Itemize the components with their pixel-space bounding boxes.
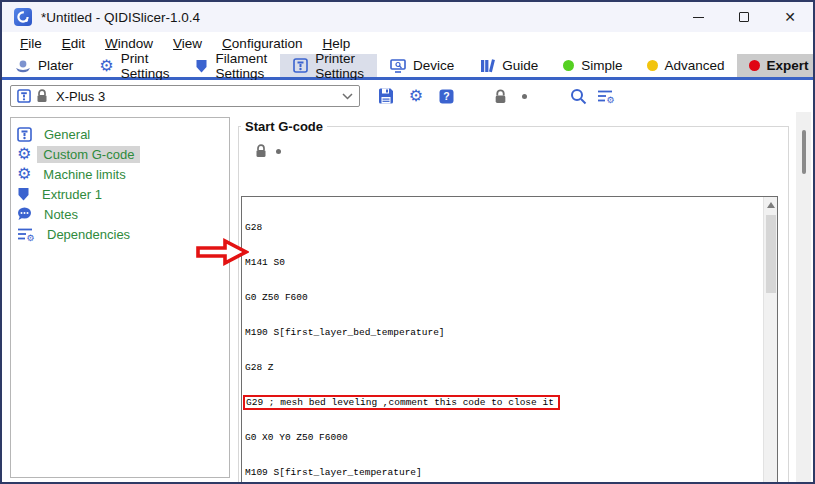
notes-icon xyxy=(17,207,32,221)
tab-label: Device xyxy=(413,58,454,73)
textarea-scrollbar[interactable] xyxy=(763,197,777,484)
sidebar-item-extruder-1[interactable]: Extruder 1 xyxy=(11,184,229,204)
scroll-up-icon[interactable] xyxy=(767,202,775,208)
minimize-button[interactable] xyxy=(675,2,721,32)
gcode-line: G28 Z xyxy=(245,362,761,374)
save-preset-button[interactable] xyxy=(374,84,398,108)
start-gcode-textarea[interactable]: G28 M141 S0 G0 Z50 F600 M190 S[first_lay… xyxy=(241,196,778,484)
gear-icon: ⚙ xyxy=(99,58,113,74)
tab-label: Guide xyxy=(502,58,538,73)
chevron-down-icon[interactable] xyxy=(342,93,353,100)
search-icon xyxy=(570,88,587,105)
search-button[interactable] xyxy=(566,84,590,108)
maximize-button[interactable] xyxy=(721,2,767,32)
tab-filament-settings[interactable]: Filament Settings xyxy=(182,54,280,77)
settings-category-list: General ⚙ Custom G-code ⚙ Machine limits… xyxy=(10,117,230,478)
printer-icon xyxy=(17,89,31,103)
menu-view[interactable]: View xyxy=(163,34,212,53)
advanced-mode-dot-icon xyxy=(647,60,658,71)
start-gcode-group: Start G-code G28 M141 S0 G0 Z50 F600 M19… xyxy=(238,119,789,484)
compare-settings-button[interactable]: ⚙ xyxy=(594,84,618,108)
gcode-line: G28 xyxy=(245,222,761,234)
settings-page: General ⚙ Custom G-code ⚙ Machine limits… xyxy=(2,112,813,484)
section-title: Start G-code xyxy=(241,119,327,134)
dot-icon xyxy=(522,94,527,99)
guide-icon xyxy=(480,59,495,73)
mode-label: Advanced xyxy=(665,58,725,73)
mode-simple[interactable]: Simple xyxy=(551,54,634,77)
save-icon xyxy=(378,88,394,104)
sidebar-item-notes[interactable]: Notes xyxy=(11,204,229,224)
tab-print-settings[interactable]: ⚙ Print Settings xyxy=(86,54,182,77)
tab-printer-settings[interactable]: Printer Settings xyxy=(280,54,377,77)
dot-icon[interactable] xyxy=(276,149,281,154)
window-title: *Untitled - QIDISlicer-1.0.4 xyxy=(41,10,200,25)
mode-label: Expert xyxy=(767,58,809,73)
svg-text:?: ? xyxy=(443,90,449,102)
mode-expert[interactable]: Expert xyxy=(737,54,815,77)
gcode-line: M141 S0 xyxy=(245,257,761,269)
plater-icon xyxy=(15,59,31,73)
sidebar-item-label: Notes xyxy=(38,206,84,223)
preset-value: X-Plus 3 xyxy=(56,89,337,104)
tab-label: Plater xyxy=(38,58,73,73)
revert-dot-button[interactable] xyxy=(512,84,536,108)
preset-toolbar: X-Plus 3 ⚙ ? ⚙ xyxy=(2,80,813,112)
printer-preset-combobox[interactable]: X-Plus 3 xyxy=(10,85,360,107)
gcode-line: M109 S[first_layer_temperature] xyxy=(245,467,761,479)
filament-icon xyxy=(17,187,30,201)
close-icon: ✕ xyxy=(784,10,796,24)
scrollbar-thumb[interactable] xyxy=(802,130,806,174)
help-button[interactable]: ? xyxy=(434,84,458,108)
menu-file[interactable]: File xyxy=(10,34,52,53)
tab-label: Filament Settings xyxy=(215,51,267,81)
gcode-text: G28 M141 S0 G0 Z50 F600 M190 S[first_lay… xyxy=(245,199,761,484)
menu-edit[interactable]: Edit xyxy=(52,34,95,53)
tab-device[interactable]: Device xyxy=(377,54,467,77)
sidebar-item-custom-gcode[interactable]: ⚙ Custom G-code xyxy=(11,144,229,164)
expert-mode-dot-icon xyxy=(749,60,760,71)
settings-list-icon: ⚙ xyxy=(597,89,615,104)
sidebar-item-label: Machine limits xyxy=(37,166,131,183)
gear-icon: ⚙ xyxy=(17,146,31,162)
device-icon xyxy=(390,59,406,73)
mode-label: Simple xyxy=(581,58,622,73)
gcode-line: M190 S[first_layer_bed_temperature] xyxy=(245,327,761,339)
tab-label: Print Settings xyxy=(121,51,170,81)
gear-icon: ⚙ xyxy=(17,166,31,182)
tab-label: Printer Settings xyxy=(315,51,364,81)
sidebar-item-general[interactable]: General xyxy=(11,124,229,144)
sidebar-item-label: Extruder 1 xyxy=(36,186,108,203)
tab-guide[interactable]: Guide xyxy=(467,54,551,77)
mode-advanced[interactable]: Advanced xyxy=(635,54,737,77)
question-icon: ? xyxy=(439,89,454,104)
minimize-icon xyxy=(693,17,704,18)
page-scrollbar[interactable] xyxy=(796,112,811,484)
sidebar-item-label: Dependencies xyxy=(41,226,136,243)
preset-settings-button[interactable]: ⚙ xyxy=(404,84,428,108)
scrollbar-thumb[interactable] xyxy=(766,215,776,293)
gcode-line: G0 Z50 F600 xyxy=(245,292,761,304)
dependencies-icon: ⚙ xyxy=(17,227,35,242)
annotation-arrow-icon xyxy=(195,238,249,266)
close-button[interactable]: ✕ xyxy=(767,2,813,32)
printer-icon xyxy=(17,127,32,142)
printer-icon xyxy=(293,58,308,73)
filament-icon xyxy=(195,59,208,73)
app-window: *Untitled - QIDISlicer-1.0.4 ✕ File Edit… xyxy=(0,0,815,484)
svg-text:⚙: ⚙ xyxy=(26,233,34,242)
simple-mode-dot-icon xyxy=(563,60,574,71)
svg-text:⚙: ⚙ xyxy=(606,95,614,104)
lock-icon xyxy=(494,89,507,104)
mode-switcher: Simple Advanced Expert xyxy=(551,54,815,77)
lock-all-button[interactable] xyxy=(488,84,512,108)
lock-icon xyxy=(36,89,48,103)
lock-icon[interactable] xyxy=(255,144,267,158)
highlighted-gcode-line: G29 ; mesh bed leveling ,comment this co… xyxy=(245,397,558,408)
tab-plater[interactable]: Plater xyxy=(2,54,86,77)
gear-icon: ⚙ xyxy=(409,88,423,104)
app-logo-icon xyxy=(14,8,32,26)
sidebar-item-machine-limits[interactable]: ⚙ Machine limits xyxy=(11,164,229,184)
tab-bar: Plater ⚙ Print Settings Filament Setting… xyxy=(2,54,813,80)
title-bar: *Untitled - QIDISlicer-1.0.4 ✕ xyxy=(2,2,813,32)
